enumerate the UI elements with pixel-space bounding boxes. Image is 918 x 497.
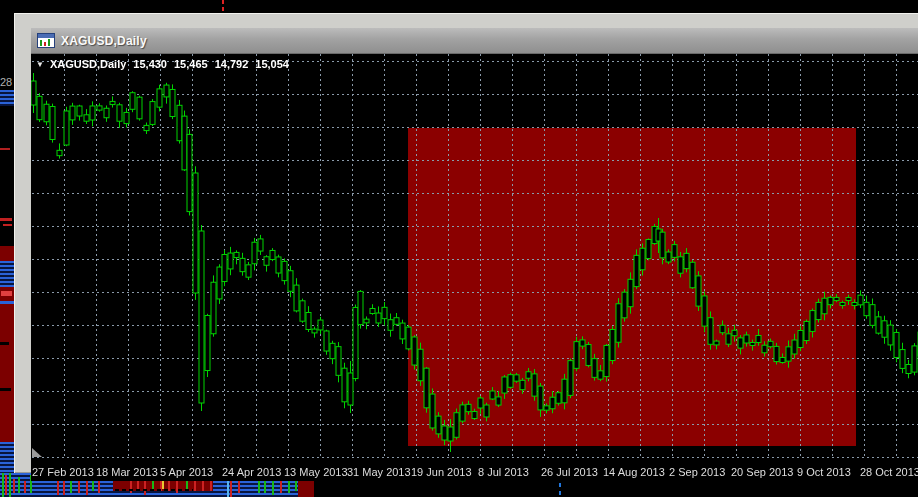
metatrader-workspace: 28 XAGUSD,Daily ▼ XAGUSD,Daily 15,430	[0, 0, 918, 497]
legend-high: 15,465	[174, 58, 208, 70]
legend-symbol: XAGUSD,Daily	[50, 58, 126, 70]
x-axis[interactable]: 27 Feb 201318 Mar 20135 Apr 201324 Apr 2…	[31, 457, 918, 481]
legend-close: 15,054	[255, 58, 289, 70]
icon-green-bar	[40, 40, 42, 46]
icon-red-bar	[44, 42, 46, 46]
background-left-strip-block	[0, 90, 14, 106]
window-title: XAGUSD,Daily	[61, 34, 147, 48]
background-candle-tick	[24, 481, 26, 493]
background-candle-tick	[18, 477, 20, 493]
x-axis-date-label: 14 Aug 2013	[603, 466, 665, 478]
legend-expander-icon[interactable]: ▼	[36, 60, 44, 69]
chart-window-icon[interactable]	[37, 33, 55, 48]
x-axis-date-label: 5 Apr 2013	[160, 466, 213, 478]
x-axis-date-label: 26 Jul 2013	[541, 466, 598, 478]
background-candle-tick	[13, 479, 15, 493]
background-chart-left-sliver[interactable]: 28	[0, 0, 14, 473]
price-candles-canvas[interactable]	[31, 54, 918, 481]
chart-scroll-marker-icon	[32, 448, 42, 457]
background-candle-tick	[70, 479, 72, 493]
background-candle-tick	[264, 479, 266, 493]
chart-plot-area[interactable]: ▼ XAGUSD,Daily 15,430 15,465 14,792 15,0…	[31, 54, 918, 481]
x-axis-date-label: 19 Jun 2013	[411, 466, 472, 478]
background-left-strip-block	[0, 342, 9, 345]
background-left-strip-block	[3, 224, 12, 226]
chart-legend: ▼ XAGUSD,Daily 15,430 15,465 14,792 15,0…	[36, 58, 289, 70]
chart-window-titlebar[interactable]: XAGUSD,Daily	[31, 28, 918, 54]
background-left-strip-block	[1, 291, 12, 296]
background-left-strip-block	[0, 148, 10, 150]
icon-titlebar-stripe	[38, 34, 54, 38]
background-red-dashed-line	[222, 0, 224, 13]
background-left-strip-block	[0, 218, 12, 221]
background-price-label: 28	[0, 76, 12, 88]
background-left-strip-block	[0, 261, 14, 287]
background-left-strip-block	[0, 442, 14, 473]
background-left-strip-block	[0, 301, 14, 304]
background-candle-tick	[2, 473, 4, 497]
x-axis-date-label: 24 Apr 2013	[222, 466, 281, 478]
background-left-strip-block	[0, 388, 11, 391]
x-axis-date-label: 9 Oct 2013	[797, 466, 851, 478]
background-candle-tick	[9, 473, 11, 497]
icon-green-bar2	[48, 39, 50, 46]
x-axis-date-label: 27 Feb 2013	[32, 466, 94, 478]
x-axis-date-label: 8 Jul 2013	[478, 466, 529, 478]
x-axis-date-label: 20 Sep 2013	[731, 466, 793, 478]
background-black-dashed-line	[115, 489, 193, 491]
x-axis-date-label: 31 May 2013	[347, 466, 411, 478]
x-axis-date-label: 18 Mar 2013	[96, 466, 158, 478]
legend-low: 14,792	[215, 58, 249, 70]
x-axis-date-label: 2 Sep 2013	[669, 466, 725, 478]
legend-open: 15,430	[133, 58, 167, 70]
x-axis-date-label: 28 Oct 2013	[860, 466, 918, 478]
background-candle-tick	[5, 475, 7, 495]
chart-window: XAGUSD,Daily ▼ XAGUSD,Daily 15,430 15,46…	[14, 13, 918, 473]
x-axis-date-label: 13 May 2013	[284, 466, 348, 478]
